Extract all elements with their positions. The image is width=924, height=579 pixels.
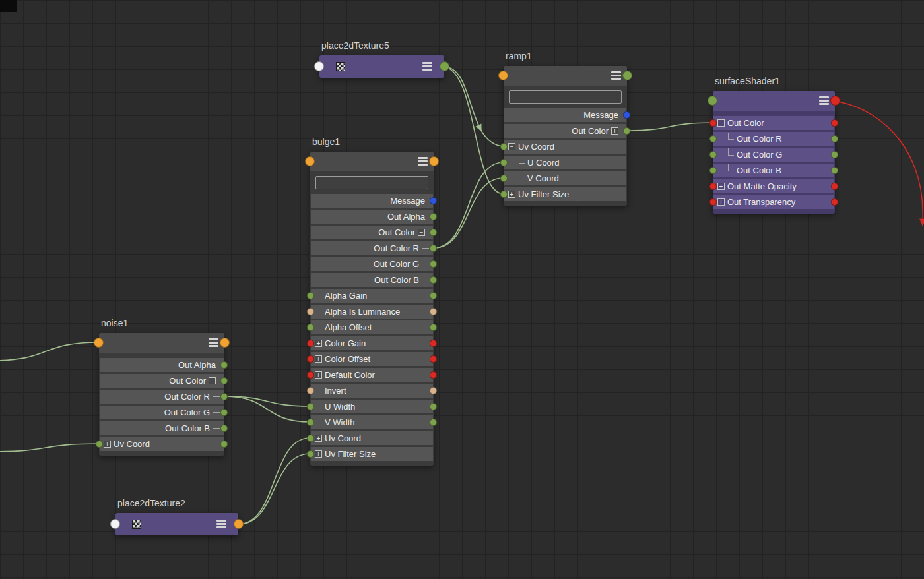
row-uv-coord[interactable]: +Uv Coord xyxy=(100,437,224,451)
row-v-width[interactable]: V Width xyxy=(311,415,433,429)
port-left-alpha-gain[interactable] xyxy=(307,292,314,299)
row-out-alpha[interactable]: Out Alpha xyxy=(100,358,224,372)
port-left-uv-coord[interactable] xyxy=(500,143,508,150)
port-left-out-color-r[interactable] xyxy=(710,135,717,142)
row-out-alpha[interactable]: Out Alpha xyxy=(311,210,433,224)
row-color-gain[interactable]: +Color Gain xyxy=(311,336,433,350)
port-right-u-width[interactable] xyxy=(430,403,437,410)
expand-toggle[interactable]: + xyxy=(315,340,322,347)
port-left-color-offset[interactable] xyxy=(307,355,314,363)
corner-port-left[interactable] xyxy=(498,71,508,80)
expand-toggle[interactable]: − xyxy=(717,119,725,127)
row-out-color-g[interactable]: Out Color G xyxy=(100,406,224,419)
port-right-invert[interactable] xyxy=(430,387,437,394)
row-out-color-b[interactable]: Out Color B xyxy=(713,164,834,177)
corner-port-right[interactable] xyxy=(220,338,230,348)
port-left-invert[interactable] xyxy=(307,387,314,394)
node-place2dTexture5[interactable]: place2dTexture5 xyxy=(319,55,444,78)
row-uv-coord[interactable]: −Uv Coord xyxy=(504,140,626,154)
expand-toggle[interactable]: + xyxy=(717,183,725,190)
corner-port-right[interactable] xyxy=(440,61,449,71)
port-left-default-color[interactable] xyxy=(307,371,314,379)
menu-icon[interactable] xyxy=(611,71,621,81)
wire[interactable] xyxy=(444,67,504,146)
port-left-out-color-g[interactable] xyxy=(710,151,717,158)
corner-port-left[interactable] xyxy=(314,61,324,71)
node-editor-canvas[interactable]: place2dTexture5ramp1MessageOut Color+−Uv… xyxy=(0,0,924,579)
corner-port-right[interactable] xyxy=(830,96,840,106)
expand-toggle[interactable]: + xyxy=(315,355,322,363)
menu-icon[interactable] xyxy=(209,338,218,348)
wire[interactable] xyxy=(0,444,99,452)
node-place2dTexture2[interactable]: place2dTexture2 xyxy=(116,513,238,535)
corner-port-right[interactable] xyxy=(234,519,244,529)
expand-toggle[interactable]: + xyxy=(315,435,322,442)
row-out-color-b[interactable]: Out Color B xyxy=(100,421,224,435)
row-out-color-g[interactable]: Out Color G xyxy=(311,257,433,271)
expand-toggle[interactable]: + xyxy=(104,441,111,448)
corner-port-left[interactable] xyxy=(708,96,717,106)
corner-port-left[interactable] xyxy=(305,156,315,166)
row-out-color[interactable]: −Out Color xyxy=(713,116,834,130)
port-left-uv-coord[interactable] xyxy=(96,441,103,448)
node-rename-field[interactable] xyxy=(509,90,622,104)
row-out-transparency[interactable]: +Out Transparency xyxy=(713,195,834,209)
expand-toggle[interactable]: + xyxy=(611,127,618,135)
row-alpha-is-luminance[interactable]: Alpha Is Luminance xyxy=(311,305,433,319)
row-out-color[interactable]: Out Color− xyxy=(311,226,433,239)
row-v-coord[interactable]: V Coord xyxy=(504,171,626,185)
corner-port-left[interactable] xyxy=(94,338,104,348)
port-right-out-color[interactable] xyxy=(831,119,838,127)
port-right-out-color-b[interactable] xyxy=(831,167,838,174)
wire[interactable] xyxy=(444,67,504,194)
menu-icon[interactable] xyxy=(216,520,226,530)
port-right-out-color[interactable] xyxy=(220,377,228,384)
row-invert[interactable]: Invert xyxy=(311,384,433,398)
row-out-color-r[interactable]: Out Color R xyxy=(713,132,834,146)
expand-toggle[interactable]: − xyxy=(209,377,216,384)
port-left-u-width[interactable] xyxy=(307,403,314,410)
port-left-uv-filter-size[interactable] xyxy=(500,191,508,198)
port-left-u-coord[interactable] xyxy=(500,159,508,166)
port-right-v-width[interactable] xyxy=(430,419,437,426)
wire[interactable] xyxy=(434,178,504,248)
wire[interactable] xyxy=(224,396,310,406)
corner-port-left[interactable] xyxy=(110,519,120,529)
port-right-message[interactable] xyxy=(430,197,437,204)
row-alpha-offset[interactable]: Alpha Offset xyxy=(311,320,433,334)
port-right-message[interactable] xyxy=(623,111,630,119)
node-bulge1[interactable]: bulge1MessageOut AlphaOut Color−Out Colo… xyxy=(310,152,434,466)
expand-toggle[interactable]: + xyxy=(508,191,515,198)
port-right-out-color[interactable] xyxy=(430,229,437,236)
wire[interactable] xyxy=(238,454,310,524)
row-uv-coord[interactable]: +Uv Coord xyxy=(311,431,433,445)
wire[interactable] xyxy=(627,123,713,131)
port-right-out-color-b[interactable] xyxy=(220,425,228,432)
port-right-default-color[interactable] xyxy=(430,371,437,379)
expand-toggle[interactable]: − xyxy=(418,229,425,236)
port-left-alpha-is-luminance[interactable] xyxy=(307,308,314,315)
port-left-alpha-offset[interactable] xyxy=(307,324,314,331)
port-right-out-color-r[interactable] xyxy=(430,245,437,252)
node-noise1[interactable]: noise1Out AlphaOut Color−Out Color ROut … xyxy=(99,333,224,456)
node-ramp1[interactable]: ramp1MessageOut Color+−Uv CoordU CoordV … xyxy=(504,66,627,206)
row-uv-filter-size[interactable]: +Uv Filter Size xyxy=(504,187,626,201)
node-surfaceShader1[interactable]: surfaceShader1−Out ColorOut Color ROut C… xyxy=(713,91,835,214)
port-right-alpha-offset[interactable] xyxy=(430,324,437,331)
wire[interactable] xyxy=(0,342,99,361)
row-out-color[interactable]: Out Color+ xyxy=(504,124,626,138)
expand-toggle[interactable]: − xyxy=(508,143,515,150)
row-u-width[interactable]: U Width xyxy=(311,400,433,413)
port-right-color-gain[interactable] xyxy=(430,340,437,347)
row-message[interactable]: Message xyxy=(311,194,433,208)
port-left-color-gain[interactable] xyxy=(307,340,314,347)
row-uv-filter-size[interactable]: +Uv Filter Size xyxy=(311,447,433,461)
corner-port-right[interactable] xyxy=(429,156,439,166)
port-left-out-transparency[interactable] xyxy=(710,198,717,206)
row-out-color-r[interactable]: Out Color R xyxy=(100,390,224,404)
port-right-out-color-g[interactable] xyxy=(430,260,437,268)
port-right-color-offset[interactable] xyxy=(430,355,437,363)
port-right-out-color-r[interactable] xyxy=(831,135,838,142)
port-right-uv-coord[interactable] xyxy=(220,441,228,448)
port-right-alpha-is-luminance[interactable] xyxy=(430,308,437,315)
